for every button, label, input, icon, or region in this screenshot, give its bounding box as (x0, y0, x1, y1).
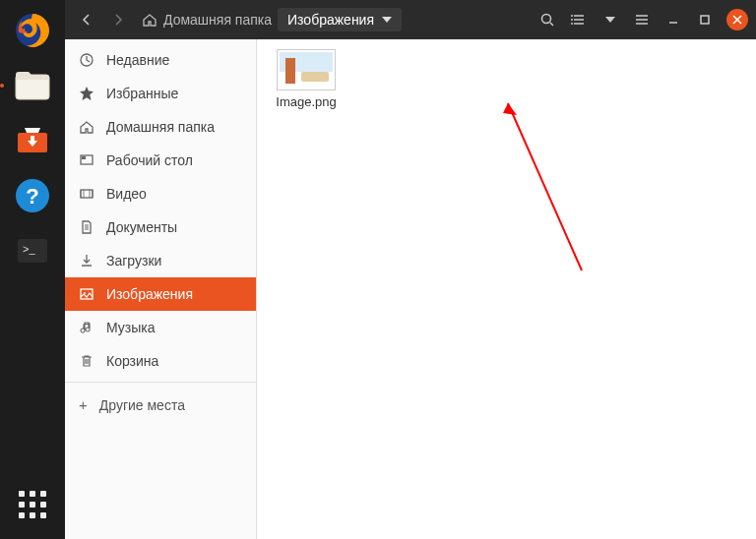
star-icon (79, 86, 94, 101)
nav-forward-button[interactable] (104, 6, 132, 33)
annotation-arrow (493, 93, 611, 280)
file-name: Image.png (276, 94, 336, 109)
svg-line-18 (508, 103, 582, 270)
file-item[interactable]: Image.png (267, 49, 346, 109)
dock-app-files[interactable] (8, 61, 57, 110)
sidebar-item-pictures[interactable]: Изображения (65, 277, 256, 311)
caret-down-icon (605, 17, 615, 23)
help-icon: ? (13, 176, 52, 215)
maximize-icon (697, 12, 713, 28)
sidebar-item-label: Музыка (106, 320, 156, 335)
sidebar-item-label: Недавние (106, 52, 169, 68)
download-icon (79, 253, 94, 269)
svg-point-7 (542, 15, 551, 24)
view-dropdown-button[interactable] (597, 6, 624, 33)
sidebar: Недавние Избранные Домашняя папка Рабочи… (65, 39, 257, 539)
svg-rect-15 (81, 190, 93, 198)
dock-app-firefox[interactable] (8, 6, 57, 55)
file-manager-window: Домашняя папка Изображения (65, 0, 756, 539)
hamburger-icon (634, 12, 650, 28)
software-center-icon (13, 121, 52, 160)
sidebar-item-music[interactable]: Музыка (65, 311, 256, 344)
trash-icon (79, 353, 94, 369)
apps-grid-icon (19, 491, 46, 518)
caret-down-icon (382, 17, 392, 23)
plus-icon: + (79, 396, 88, 413)
search-button[interactable] (534, 6, 561, 33)
view-list-button[interactable] (565, 6, 593, 33)
home-icon (79, 119, 94, 135)
window-body: Недавние Избранные Домашняя папка Рабочи… (65, 39, 756, 539)
svg-point-10 (571, 23, 573, 25)
sidebar-item-label: Домашняя папка (106, 119, 215, 135)
hamburger-menu-button[interactable] (628, 6, 656, 33)
dock-app-help[interactable]: ? (8, 171, 57, 220)
breadcrumb: Домашняя папка Изображения (136, 8, 408, 31)
breadcrumb-home[interactable]: Домашняя папка (163, 12, 272, 28)
file-thumbnail (277, 49, 336, 90)
music-icon (79, 320, 94, 335)
sidebar-item-label: Изображения (106, 286, 193, 302)
svg-rect-14 (82, 156, 86, 159)
sidebar-item-recent[interactable]: Недавние (65, 43, 256, 77)
breadcrumb-current-label: Изображения (287, 12, 374, 28)
sidebar-other-label: Другие места (99, 397, 185, 413)
list-view-icon (571, 12, 587, 28)
titlebar: Домашняя папка Изображения (65, 0, 756, 39)
desktop-icon (79, 152, 94, 168)
breadcrumb-current[interactable]: Изображения (278, 8, 402, 31)
sidebar-separator (65, 382, 256, 383)
video-icon (79, 186, 94, 202)
svg-rect-11 (701, 16, 709, 24)
dock-app-software[interactable] (8, 116, 57, 165)
search-icon (539, 12, 555, 28)
sidebar-other-locations[interactable]: + Другие места (65, 387, 256, 423)
chevron-left-icon (79, 12, 94, 28)
sidebar-item-label: Документы (106, 219, 177, 235)
desktop: ? >_ Д (0, 0, 756, 539)
pictures-icon (79, 286, 94, 302)
chevron-right-icon (110, 12, 126, 28)
terminal-icon: >_ (13, 231, 52, 270)
nav-back-button[interactable] (73, 6, 100, 33)
sidebar-item-downloads[interactable]: Загрузки (65, 244, 256, 277)
sidebar-item-starred[interactable]: Избранные (65, 77, 256, 110)
sidebar-item-label: Загрузки (106, 253, 161, 269)
document-icon (79, 219, 94, 235)
svg-point-9 (571, 19, 573, 21)
sidebar-item-label: Видео (106, 186, 147, 202)
home-icon (142, 12, 158, 28)
close-button[interactable] (726, 9, 748, 30)
content-pane[interactable]: Image.png (257, 39, 756, 539)
sidebar-item-trash[interactable]: Корзина (65, 344, 256, 378)
svg-marker-19 (503, 103, 517, 115)
sidebar-item-label: Избранные (106, 86, 178, 101)
sidebar-item-home[interactable]: Домашняя папка (65, 110, 256, 144)
sidebar-item-label: Корзина (106, 353, 158, 369)
minimize-icon (665, 12, 681, 28)
dock: ? >_ (0, 0, 65, 539)
firefox-icon (13, 11, 52, 50)
clock-icon (79, 52, 94, 68)
svg-text:>_: >_ (23, 243, 35, 255)
sidebar-item-videos[interactable]: Видео (65, 177, 256, 210)
sidebar-item-label: Рабочий стол (106, 152, 193, 168)
maximize-button[interactable] (691, 6, 719, 33)
svg-point-8 (571, 15, 573, 17)
files-icon (11, 64, 54, 107)
minimize-button[interactable] (660, 6, 687, 33)
show-applications-button[interactable] (8, 480, 57, 529)
svg-text:?: ? (26, 184, 38, 209)
sidebar-item-desktop[interactable]: Рабочий стол (65, 144, 256, 177)
close-icon (732, 15, 742, 25)
dock-app-terminal[interactable]: >_ (8, 226, 57, 275)
sidebar-item-documents[interactable]: Документы (65, 210, 256, 244)
